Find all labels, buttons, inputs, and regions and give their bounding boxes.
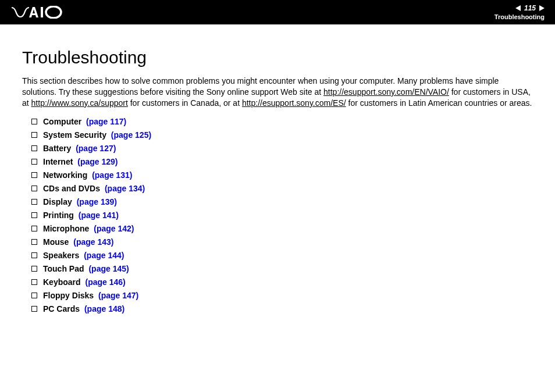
toc-label: Microphone	[43, 224, 89, 233]
toc-item: Keyboard (page 146)	[31, 277, 533, 287]
square-bullet-icon	[31, 306, 37, 312]
toc-page-link[interactable]: (page 127)	[76, 144, 116, 153]
toc-page-link[interactable]: (page 125)	[111, 130, 151, 140]
section-label: Troubleshooting	[494, 13, 545, 20]
toc-item: System Security (page 125)	[31, 130, 533, 140]
toc-list: Computer (page 117)System Security (page…	[22, 117, 533, 313]
svg-point-0	[46, 6, 61, 18]
toc-item: Speakers (page 144)	[31, 251, 533, 260]
page-number: 115	[524, 4, 536, 12]
intro-paragraph: This section describes how to solve comm…	[22, 76, 533, 109]
toc-label: Computer	[43, 117, 81, 126]
toc-label: Mouse	[43, 237, 69, 247]
toc-item: Display (page 139)	[31, 197, 533, 206]
square-bullet-icon	[31, 252, 37, 258]
support-link-usa[interactable]: http://esupport.sony.com/EN/VAIO/	[323, 87, 449, 97]
square-bullet-icon	[31, 293, 37, 298]
toc-label: Speakers	[43, 251, 79, 260]
square-bullet-icon	[31, 132, 37, 138]
header-bar: 115 Troubleshooting	[0, 0, 555, 24]
header-right: 115 Troubleshooting	[494, 4, 545, 20]
toc-label: Printing	[43, 211, 74, 220]
square-bullet-icon	[31, 186, 37, 191]
toc-item: Floppy Disks (page 147)	[31, 291, 533, 300]
toc-item: Networking (page 131)	[31, 170, 533, 180]
square-bullet-icon	[31, 212, 37, 218]
toc-label: Floppy Disks	[43, 291, 94, 300]
toc-item: Battery (page 127)	[31, 144, 533, 153]
toc-page-link[interactable]: (page 143)	[73, 237, 113, 247]
page-title: Troubleshooting	[22, 48, 533, 67]
intro-text-3: for customers in Canada, or at	[128, 98, 242, 108]
square-bullet-icon	[31, 159, 37, 165]
toc-page-link[interactable]: (page 145)	[88, 264, 129, 273]
vaio-logo	[12, 6, 64, 19]
toc-item: Computer (page 117)	[31, 117, 533, 126]
square-bullet-icon	[31, 119, 37, 124]
support-link-canada[interactable]: http://www.sony.ca/support	[31, 98, 128, 108]
toc-page-link[interactable]: (page 146)	[85, 277, 125, 287]
toc-label: Internet	[43, 157, 73, 166]
page-content: Troubleshooting This section describes h…	[0, 24, 555, 313]
prev-page-arrow-icon[interactable]	[515, 5, 521, 11]
square-bullet-icon	[31, 199, 37, 205]
toc-page-link[interactable]: (page 142)	[94, 224, 134, 233]
toc-page-link[interactable]: (page 134)	[105, 184, 145, 193]
next-page-arrow-icon[interactable]	[539, 5, 545, 11]
toc-page-link[interactable]: (page 148)	[84, 304, 124, 313]
square-bullet-icon	[31, 172, 37, 178]
toc-page-link[interactable]: (page 139)	[77, 197, 117, 206]
toc-label: PC Cards	[43, 304, 80, 313]
toc-label: CDs and DVDs	[43, 184, 100, 193]
square-bullet-icon	[31, 239, 37, 245]
toc-label: Display	[43, 197, 72, 206]
square-bullet-icon	[31, 145, 37, 151]
toc-label: Touch Pad	[43, 264, 84, 273]
intro-text-4: for customers in Latin American countrie…	[346, 98, 532, 108]
toc-item: PC Cards (page 148)	[31, 304, 533, 313]
toc-page-link[interactable]: (page 117)	[86, 117, 126, 126]
square-bullet-icon	[31, 279, 37, 285]
toc-item: Printing (page 141)	[31, 211, 533, 220]
toc-label: Keyboard	[43, 277, 81, 287]
toc-page-link[interactable]: (page 141)	[79, 211, 119, 220]
toc-item: Mouse (page 143)	[31, 237, 533, 247]
toc-item: Microphone (page 142)	[31, 224, 533, 233]
toc-item: CDs and DVDs (page 134)	[31, 184, 533, 193]
toc-page-link[interactable]: (page 129)	[77, 157, 118, 166]
support-link-latam[interactable]: http://esupport.sony.com/ES/	[242, 98, 346, 108]
page-navigation: 115	[515, 4, 545, 12]
toc-label: System Security	[43, 130, 106, 140]
square-bullet-icon	[31, 226, 37, 231]
toc-label: Battery	[43, 144, 71, 153]
toc-item: Internet (page 129)	[31, 157, 533, 166]
toc-page-link[interactable]: (page 131)	[92, 170, 132, 180]
toc-page-link[interactable]: (page 144)	[84, 251, 124, 260]
toc-label: Networking	[43, 170, 87, 180]
toc-item: Touch Pad (page 145)	[31, 264, 533, 273]
toc-page-link[interactable]: (page 147)	[98, 291, 138, 300]
square-bullet-icon	[31, 266, 37, 272]
